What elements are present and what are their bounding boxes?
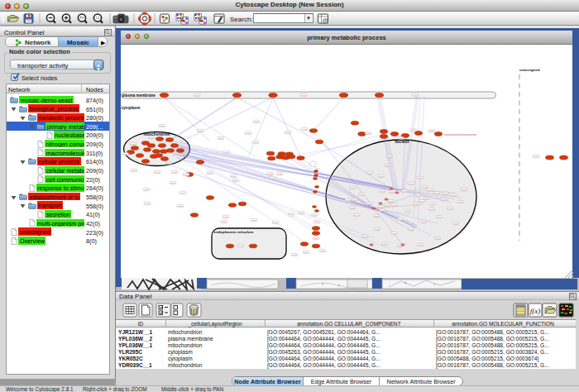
svg-text:xxxxx: xxxxx: [268, 173, 274, 175]
svg-text:xxxxx: xxxxx: [160, 125, 165, 127]
svg-text:xxxxx: xxxxx: [233, 179, 239, 182]
svg-text:xxxxx: xxxxx: [399, 137, 404, 140]
svg-text:xxxxx: xxxxx: [385, 165, 391, 167]
svg-text:xxxxx: xxxxx: [418, 244, 423, 246]
svg-text:xxxxx: xxxxx: [374, 215, 380, 218]
svg-text:xxxxx: xxxxx: [443, 193, 449, 195]
svg-text:xxxxx: xxxxx: [299, 212, 304, 214]
svg-text:xxxxx: xxxxx: [180, 192, 186, 194]
svg-text:xxxxx: xxxxx: [462, 189, 467, 191]
svg-text:xxxxx: xxxxx: [246, 132, 251, 135]
svg-text:xxxxx: xxxxx: [430, 203, 436, 206]
svg-text:xxxxx: xxxxx: [172, 171, 178, 174]
svg-text:xxxxx: xxxxx: [451, 194, 457, 197]
svg-text:xxxxx: xxxxx: [144, 189, 150, 191]
svg-text:xxxxx: xxxxx: [390, 191, 395, 194]
svg-text:xxxxx: xxxxx: [166, 162, 172, 165]
svg-text:xxxxx: xxxxx: [359, 194, 365, 196]
svg-text:xxxxx: xxxxx: [379, 206, 385, 208]
svg-text:xxxxx: xxxxx: [123, 153, 129, 155]
svg-text:xxxxx: xxxxx: [251, 219, 257, 222]
svg-text:1:1: 1:1: [96, 17, 100, 20]
svg-text:xxxxx: xxxxx: [375, 228, 380, 231]
svg-text:xxxxx: xxxxx: [301, 94, 307, 97]
svg-text:xxxxx: xxxxx: [413, 94, 419, 97]
svg-text:xxxxx: xxxxx: [224, 151, 230, 154]
svg-text:mitochondrion: mitochondrion: [143, 132, 170, 136]
svg-text:xxxxx: xxxxx: [387, 155, 393, 158]
svg-text:xxxxx: xxxxx: [434, 192, 440, 194]
svg-text:xxxxx: xxxxx: [437, 216, 443, 218]
svg-text:xxxxx: xxxxx: [149, 136, 155, 139]
svg-text:xxxxx: xxxxx: [409, 228, 414, 231]
svg-text:xxxxx: xxxxx: [223, 216, 229, 218]
svg-text:Search:: Search:: [230, 16, 253, 23]
svg-text:xxxxx: xxxxx: [277, 173, 283, 175]
svg-text:xxxxx: xxxxx: [429, 208, 435, 211]
svg-text:xxxxx: xxxxx: [253, 141, 259, 144]
svg-text:xxxxx: xxxxx: [382, 243, 388, 246]
svg-text:xxxxx: xxxxx: [409, 183, 414, 185]
svg-text:xxxxx: xxxxx: [415, 194, 421, 197]
svg-text:xxxxx: xxxxx: [254, 121, 260, 123]
svg-text:xxxxx: xxxxx: [421, 221, 427, 223]
svg-text:xxxxx: xxxxx: [270, 177, 276, 179]
svg-text:xxxxx: xxxxx: [379, 175, 385, 178]
svg-text:xxxxx: xxxxx: [435, 237, 441, 240]
svg-text:xxxxx: xxxxx: [184, 174, 189, 176]
svg-text:xxxxx: xxxxx: [534, 155, 539, 158]
svg-text:xxxxx: xxxxx: [292, 254, 298, 256]
svg-text:xxxxx: xxxxx: [418, 177, 423, 179]
svg-text:xxxxx: xxxxx: [380, 190, 385, 193]
svg-text:xxxxx: xxxxx: [194, 94, 200, 97]
svg-text:xxxxx: xxxxx: [218, 137, 224, 140]
svg-text:xxxxx: xxxxx: [385, 204, 390, 207]
svg-text:xxxxx: xxxxx: [273, 222, 279, 224]
svg-text:xxxxx: xxxxx: [419, 200, 425, 203]
svg-text:xxxxx: xxxxx: [231, 175, 237, 178]
svg-text:endoplasmic reticulum: endoplasmic reticulum: [214, 230, 254, 234]
svg-text:xxxxx: xxxxx: [178, 205, 184, 208]
svg-text:xxxxx: xxxxx: [411, 129, 417, 131]
svg-text:xxxxxxxxxxxxxxxxxxxxxxxxxx: xxxxxxxxxxxxxxxxxxxxxxxxxx: [444, 133, 477, 136]
svg-text:xxxxx: xxxxx: [453, 222, 459, 225]
svg-text:xxxxx: xxxxx: [398, 218, 404, 221]
svg-text:xxxxx: xxxxx: [366, 203, 372, 205]
svg-text:xxxxx: xxxxx: [447, 208, 453, 210]
svg-text:xxxxx: xxxxx: [422, 186, 428, 189]
svg-text:unassigned: unassigned: [519, 68, 540, 72]
svg-text:xxxxx: xxxxx: [350, 207, 356, 209]
svg-text:xxxxx: xxxxx: [312, 214, 318, 217]
svg-text:f(x): f(x): [530, 307, 541, 315]
svg-text:xxxxx: xxxxx: [458, 201, 464, 203]
svg-text:xxxxx: xxxxx: [314, 221, 320, 223]
svg-text:plasma membrane: plasma membrane: [122, 93, 156, 98]
svg-text:xxxxx: xxxxx: [289, 213, 294, 216]
svg-text:xxxxx: xxxxx: [414, 203, 419, 206]
svg-text:xxxxx: xxxxx: [389, 200, 395, 203]
svg-text:xxxxx: xxxxx: [354, 214, 360, 217]
svg-text:xxxxx: xxxxx: [352, 198, 358, 201]
svg-text:xxxxx: xxxxx: [302, 128, 308, 131]
svg-text:xxxxx: xxxxx: [238, 245, 244, 247]
svg-text:xxxxx: xxxxx: [222, 221, 227, 223]
svg-text:xxxxx: xxxxx: [441, 198, 447, 201]
svg-text:xxxxx: xxxxx: [285, 131, 291, 134]
svg-text:xxxxx: xxxxx: [405, 210, 411, 213]
svg-text:xxxxx: xxxxx: [380, 209, 385, 212]
svg-text:xxxxx: xxxxx: [198, 130, 203, 132]
svg-text:xxxxx: xxxxx: [366, 132, 371, 135]
svg-text:xxxxx: xxxxx: [132, 170, 137, 172]
svg-text:xxxxx: xxxxx: [392, 204, 398, 207]
svg-text:xxxxx: xxxxx: [391, 232, 397, 235]
svg-text:xxxxx: xxxxx: [304, 251, 309, 254]
svg-text:xxxxx: xxxxx: [313, 237, 319, 240]
svg-text:xxxxx: xxxxx: [346, 199, 352, 202]
svg-text:nucleus: nucleus: [395, 140, 409, 144]
svg-text:xxxxx: xxxxx: [367, 172, 373, 174]
svg-text:xxxxx: xxxxx: [145, 203, 151, 205]
svg-text:xxxxx: xxxxx: [428, 189, 433, 192]
svg-text:xxxxx: xxxxx: [424, 198, 430, 200]
svg-text:cytoplasm: cytoplasm: [122, 106, 141, 110]
svg-text:xxxxx: xxxxx: [208, 172, 213, 174]
